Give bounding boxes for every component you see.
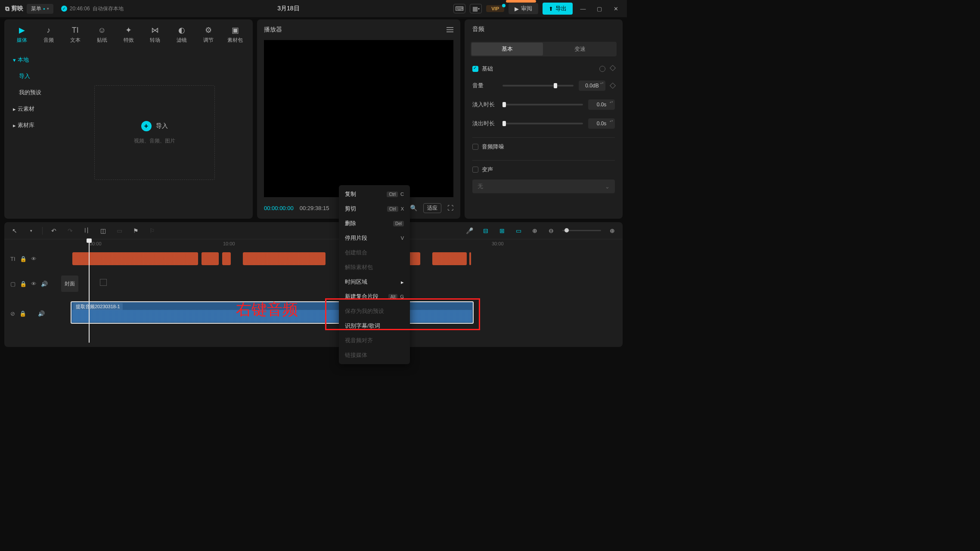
split-tool[interactable]: 〢 xyxy=(81,226,92,236)
reset-icon[interactable] xyxy=(599,66,605,72)
media-tab-转场[interactable]: ⋈转场 xyxy=(142,23,168,46)
tab-label: 文本 xyxy=(70,37,81,44)
properties-panel: 音频 基本 变速 基础 音量 0.0dB▴▾ xyxy=(465,19,623,219)
zoom-slider[interactable] xyxy=(562,230,601,231)
cursor-dropdown[interactable]: ▾ xyxy=(26,226,36,236)
ruler-tick: 10:00 xyxy=(223,241,235,246)
link-icon[interactable]: ⊞ xyxy=(497,226,507,236)
ctx-item[interactable]: 时间区域▸ xyxy=(339,275,410,289)
lock-icon[interactable]: 🔒 xyxy=(20,281,27,287)
voice-change-checkbox[interactable] xyxy=(472,167,478,173)
media-tab-特效[interactable]: ✦特效 xyxy=(115,23,142,46)
import-hint: 视频、音频、图片 xyxy=(134,137,175,145)
annotation-box xyxy=(325,298,480,330)
vip-badge[interactable]: VIP xyxy=(486,5,504,12)
player-viewport[interactable] xyxy=(264,40,453,197)
mic-icon[interactable]: 🎤 xyxy=(464,226,474,236)
review-label: 审阅 xyxy=(521,5,532,12)
tab-label: 音频 xyxy=(43,37,54,44)
media-tab-滤镜[interactable]: ◐滤镜 xyxy=(168,23,195,46)
cursor-tool[interactable]: ↖ xyxy=(9,226,20,236)
maximize-button[interactable]: ▢ xyxy=(593,4,605,13)
media-tab-调节[interactable]: ⚙调节 xyxy=(195,23,222,46)
media-tab-贴纸[interactable]: ☺贴纸 xyxy=(89,23,115,46)
ctx-item[interactable]: 删除Del xyxy=(339,216,410,231)
ctx-item[interactable]: 剪切CtrlX xyxy=(339,201,410,216)
text-clip[interactable] xyxy=(243,252,326,265)
menu-button[interactable]: 菜单 ● ▾ xyxy=(27,4,53,14)
fadeout-slider[interactable] xyxy=(502,123,583,124)
export-icon: ⬆ xyxy=(549,6,553,12)
text-clip[interactable] xyxy=(432,252,467,265)
review-button[interactable]: ▶ 审阅 xyxy=(509,3,538,14)
text-clip[interactable] xyxy=(202,252,219,265)
eye-icon[interactable]: 👁 xyxy=(31,281,37,287)
ctx-item[interactable]: 复制CtrlC xyxy=(339,187,410,201)
flag-tool-2: ⚐ xyxy=(147,226,157,236)
tab-icon: ▶ xyxy=(17,25,27,35)
volume-icon[interactable]: 🔊 xyxy=(38,310,45,317)
tab-icon: ☺ xyxy=(97,25,107,35)
export-button[interactable]: ⬆ 导出 xyxy=(543,3,573,15)
sidebar-import[interactable]: 导入 xyxy=(4,68,56,84)
volume-value[interactable]: 0.0dB▴▾ xyxy=(579,80,605,91)
undo-button[interactable]: ↶ xyxy=(49,226,59,236)
flag-tool[interactable]: ⚑ xyxy=(130,226,141,236)
basic-checkbox[interactable] xyxy=(472,66,478,72)
layout-icon[interactable]: ▦ ▾ xyxy=(470,4,482,13)
empty-video-slot xyxy=(100,279,107,286)
props-title: 音频 xyxy=(465,19,623,39)
media-tab-音频[interactable]: ♪音频 xyxy=(35,23,62,46)
text-clip[interactable] xyxy=(222,252,231,265)
media-sidebar: ▾ 本地 导入 我的预设 ▸ 云素材 ▸ 素材库 xyxy=(4,46,56,219)
denoise-checkbox[interactable] xyxy=(472,144,478,150)
sidebar-presets[interactable]: 我的预设 xyxy=(4,84,56,101)
voice-select[interactable]: 无 ⌄ xyxy=(472,180,615,193)
media-panel: ▶媒体♪音频TI文本☺贴纸✦特效⋈转场◐滤镜⚙调节▣素材包 ▾ 本地 导入 我的… xyxy=(4,19,253,219)
playhead[interactable] xyxy=(89,239,90,343)
tab-label: 滤镜 xyxy=(177,37,187,44)
minimize-button[interactable]: — xyxy=(577,4,589,13)
fullscreen-icon[interactable]: ⛶ xyxy=(447,204,453,211)
media-tab-素材包[interactable]: ▣素材包 xyxy=(222,23,248,46)
ctx-item[interactable]: 停用片段V xyxy=(339,231,410,245)
volume-icon[interactable]: 🔊 xyxy=(41,281,48,287)
cover-button[interactable]: 封面 xyxy=(61,276,78,292)
media-tab-文本[interactable]: TI文本 xyxy=(62,23,89,46)
sidebar-library[interactable]: ▸ 素材库 xyxy=(4,117,56,133)
magnet-icon[interactable]: ⊟ xyxy=(481,226,491,236)
keyboard-icon[interactable]: ⌨ xyxy=(453,4,465,13)
fadeout-value[interactable]: 0.0s▴▾ xyxy=(588,118,615,129)
redo-button[interactable]: ↷ xyxy=(65,226,75,236)
tab-speed[interactable]: 变速 xyxy=(545,43,616,56)
media-tab-媒体[interactable]: ▶媒体 xyxy=(9,23,35,46)
tab-icon: ✦ xyxy=(124,25,133,35)
tab-label: 贴纸 xyxy=(97,37,107,44)
text-clip[interactable] xyxy=(469,252,471,265)
zoom-out-icon[interactable]: ⊖ xyxy=(546,226,556,236)
logo-icon: ⧉ xyxy=(5,5,9,12)
tab-basic[interactable]: 基本 xyxy=(471,43,543,56)
eye-icon[interactable]: 👁 xyxy=(31,256,37,262)
sidebar-local[interactable]: ▾ 本地 xyxy=(4,52,56,68)
keyframe-icon[interactable] xyxy=(610,65,616,71)
lock-icon[interactable]: 🔒 xyxy=(19,310,26,317)
search-icon[interactable]: 🔍 xyxy=(410,204,417,211)
fadein-slider[interactable] xyxy=(502,104,583,105)
fit-button[interactable]: 适应 xyxy=(423,203,441,213)
sidebar-cloud[interactable]: ▸ 云素材 xyxy=(4,101,56,117)
import-dropzone[interactable]: + 导入 视频、音频、图片 xyxy=(94,85,215,180)
zoom-in-icon[interactable]: ⊕ xyxy=(607,226,617,236)
volume-keyframe-icon[interactable] xyxy=(610,83,616,89)
fadein-value[interactable]: 0.0s▴▾ xyxy=(588,99,615,110)
preview-icon[interactable]: ▭ xyxy=(513,226,524,236)
volume-slider[interactable] xyxy=(502,85,574,87)
lock-icon[interactable]: 🔒 xyxy=(20,256,27,262)
audio-track-icon: ⊘ xyxy=(10,310,15,317)
app-logo: ⧉ 剪映 xyxy=(5,5,23,12)
close-button[interactable]: ✕ xyxy=(610,4,622,13)
align-icon[interactable]: ⊕ xyxy=(530,226,540,236)
text-clip[interactable] xyxy=(72,252,198,265)
crop-tool[interactable]: ◫ xyxy=(98,226,108,236)
player-menu-icon[interactable] xyxy=(447,27,453,32)
